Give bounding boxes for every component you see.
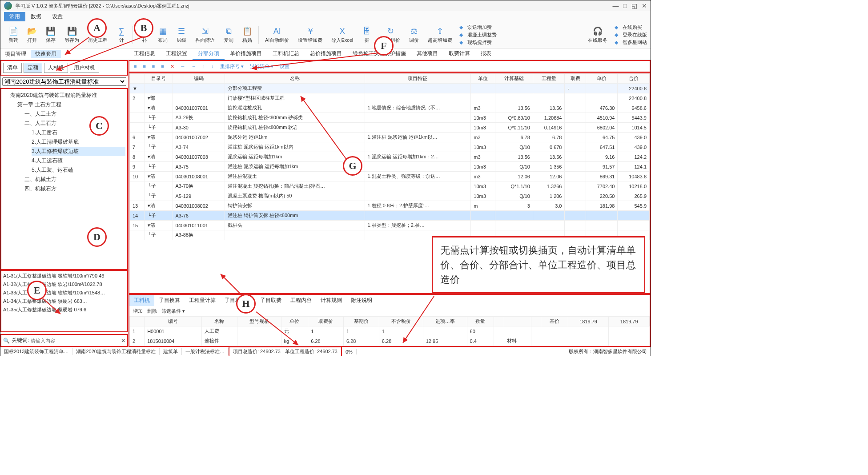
grid-header[interactable]: 名称	[225, 74, 365, 84]
toggle-list[interactable]: 清单	[3, 63, 22, 73]
delete-button[interactable]: 删除	[147, 308, 157, 314]
indent-right-icon[interactable]: ≡	[141, 63, 147, 70]
table-row[interactable]: 6 ▾清040301007002泥浆外运 运距1km1.灌注桩 泥浆运输 运距1…	[130, 133, 650, 142]
tab-totalmeasure[interactable]: 总价措施项目	[305, 48, 347, 60]
ai-button[interactable]: AIAI自动组价	[261, 25, 293, 44]
adjust-price-button[interactable]: ⚖调价	[405, 25, 423, 44]
subgrid-header[interactable]: 1819.79	[609, 317, 650, 326]
superhigh-button[interactable]: ⇧超高增加费	[423, 25, 457, 44]
status-item[interactable]: 一般计税法标准…	[182, 348, 229, 355]
list-item[interactable]: A1-31/人工修整爆破边坡 极软岩/100m²/790.46	[2, 272, 126, 280]
menu-tab-data[interactable]: 数据	[25, 12, 47, 21]
tab-projsettings[interactable]: 工程设置	[161, 48, 193, 60]
sub-grid[interactable]: 编号名称型号规格单位取费价基期价不含税价进项…率数量基价1819.791819.…	[129, 316, 650, 346]
subgrid-header[interactable]: 不含税价	[379, 317, 423, 326]
table-row[interactable]: 21815010004连接件kg6.286.286.2812.950.4材料	[130, 336, 650, 346]
table-row[interactable]: 10 ▾清040301008001灌注桩混凝土1.混凝土种类、强度等级：泵送…m…	[130, 172, 650, 181]
tree-n122[interactable]: 2.人工清理爆破基底	[32, 137, 125, 147]
data-button[interactable]: 🗄据	[358, 25, 376, 44]
level-button[interactable]: ☰层级	[172, 25, 191, 44]
table-row[interactable]: 7 └子A3-74灌注桩 泥浆运输 运距1km以内10m3Q/100.67864…	[130, 142, 650, 152]
mix-fee-link[interactable]: ◆现场搅拌费	[459, 39, 497, 46]
concrete-fee-link[interactable]: ◆混凝土调整费	[459, 32, 497, 38]
indent-left-icon[interactable]: ≡	[132, 63, 138, 70]
tree-n14[interactable]: 四、机械石方	[24, 184, 125, 193]
menu-tab-settings[interactable]: 设置	[47, 12, 68, 21]
tab-projinfo[interactable]: 工程信息	[129, 48, 161, 60]
tree-n13[interactable]: 三、机械土方	[24, 175, 125, 184]
clear-icon[interactable]: ✕	[121, 338, 125, 344]
website-link[interactable]: ◆智多星网站	[615, 39, 647, 46]
add-button[interactable]: 增加	[133, 308, 143, 314]
quick-apply-tab[interactable]: 快速套用	[31, 50, 61, 58]
toggle-material[interactable]: 人材机	[44, 63, 68, 73]
buy-online-link[interactable]: ◆在线购买	[615, 24, 647, 31]
subgrid-header[interactable]	[531, 317, 541, 326]
btab-content[interactable]: 工程内容	[286, 295, 316, 306]
btab-material[interactable]: 工料机	[129, 295, 154, 306]
grid-header[interactable]: 编码	[173, 74, 225, 84]
subgrid-header[interactable]: 基价	[541, 317, 568, 326]
grid-header[interactable]	[130, 74, 145, 84]
subgrid-header[interactable]: 编号	[145, 317, 202, 326]
paste-button[interactable]: 📋粘贴	[238, 25, 257, 44]
table-row[interactable]: └子A3-29换旋挖钻机成孔 桩径≤800mm 砂砾类10m3Q*0.89/10…	[130, 113, 650, 123]
table-row[interactable]: 14 └子A3-76灌注桩 钢护筒安拆 桩径≤800mm	[130, 211, 650, 221]
grid-header[interactable]: 单位	[471, 74, 495, 84]
keyword-input[interactable]	[31, 338, 119, 343]
arrow-right-icon[interactable]: →	[190, 63, 198, 70]
tree-root[interactable]: 湖南2020建筑与装饰工程消耗量标准	[10, 91, 125, 100]
arrow-up-icon[interactable]: ↑	[201, 63, 207, 70]
resort-button[interactable]: 重排序号 ▾	[218, 62, 245, 71]
tab-report[interactable]: 报表	[475, 48, 497, 60]
subgrid-header[interactable]	[494, 317, 504, 326]
menu-tab-common[interactable]: 常用	[4, 12, 25, 21]
arrow-down-icon[interactable]: ↓	[209, 63, 216, 70]
copy-button[interactable]: ⧉复制	[219, 25, 238, 44]
filter-cond-button[interactable]: 筛选条件 ▾	[161, 308, 185, 314]
subgrid-header[interactable]	[130, 317, 145, 326]
subgrid-header[interactable]: 单位	[281, 317, 308, 326]
subgrid-header[interactable]: 进项…率	[423, 317, 467, 326]
proj-manage-tab[interactable]: 项目管理	[0, 50, 31, 58]
outdent-icon[interactable]: ≡	[150, 63, 157, 70]
login-online-link[interactable]: ◆登录在线版	[615, 32, 647, 38]
table-row[interactable]: └子A3-30旋挖钻机成孔 桩径≤800mm 软岩10m3Q*0.11/100.…	[130, 123, 650, 133]
subgrid-header[interactable]: 1819.79	[568, 317, 609, 326]
tree-n11[interactable]: 一、人工土方	[24, 109, 125, 119]
btab-rule[interactable]: 计算规则	[316, 295, 346, 306]
save-button[interactable]: 💾保存	[41, 25, 60, 44]
toggle-usermat[interactable]: 用户材机	[70, 63, 99, 73]
grid-header[interactable]: 单价	[586, 74, 618, 84]
tree-chapter1[interactable]: 第一章 土石方工程	[17, 100, 125, 109]
status-item[interactable]: 国标2013建筑装饰工程清单…	[0, 348, 72, 355]
import-excel-button[interactable]: X导入Excel	[327, 25, 358, 44]
new-button[interactable]: 📄新建	[4, 25, 23, 44]
list-icon[interactable]: ≡	[159, 63, 165, 70]
restore-icon[interactable]: ◱	[631, 2, 637, 9]
grid-header[interactable]: 项目特征	[365, 74, 471, 84]
tab-subsection[interactable]: 分部分项	[193, 48, 225, 60]
btab-note[interactable]: 附注说明	[346, 295, 377, 306]
list-item[interactable]: A1-33/人工修整爆破边坡 较软岩/100m²/1548…	[2, 289, 126, 297]
table-row[interactable]: 15 ▾清040301011001截桩头1.桩类型：旋挖桩；2.桩…	[130, 221, 650, 230]
grid-header[interactable]: 工程量	[533, 74, 565, 84]
table-row[interactable]: ▾清040301007001旋挖灌注桩成孔1.地层情况：综合地质情况（不…m31…	[130, 103, 650, 113]
grid-header[interactable]: 合价	[618, 74, 650, 84]
pump-fee-link[interactable]: ◆泵送增加费	[459, 24, 497, 31]
btab-qtycalc[interactable]: 工程量计算	[185, 295, 220, 306]
delete-icon[interactable]: ✕	[169, 63, 176, 70]
tree-n121[interactable]: 1.人工凿石	[32, 128, 125, 137]
grid-header[interactable]: 计算基础	[495, 74, 533, 84]
tree-n123[interactable]: 3.人工修整爆破边坡	[32, 147, 125, 156]
btab-convert[interactable]: 子目换算	[154, 295, 185, 306]
btab-fee[interactable]: 子目取费	[256, 295, 286, 306]
tab-other[interactable]: 其他项目	[411, 48, 443, 60]
saveas-button[interactable]: 💾另存为	[60, 25, 84, 44]
online-service-button[interactable]: 🎧在线服务	[583, 25, 612, 44]
subgrid-header[interactable]: 取费价	[308, 317, 344, 326]
layout-button[interactable]: ▦布局	[153, 25, 172, 44]
subgrid-header[interactable]: 基期价	[344, 317, 379, 326]
close-icon[interactable]: ✕	[642, 2, 647, 9]
table-row[interactable]: 13 ▾清040301008002钢护筒安拆1.桩径:0.8米；2.护壁厚度:……	[130, 201, 650, 211]
